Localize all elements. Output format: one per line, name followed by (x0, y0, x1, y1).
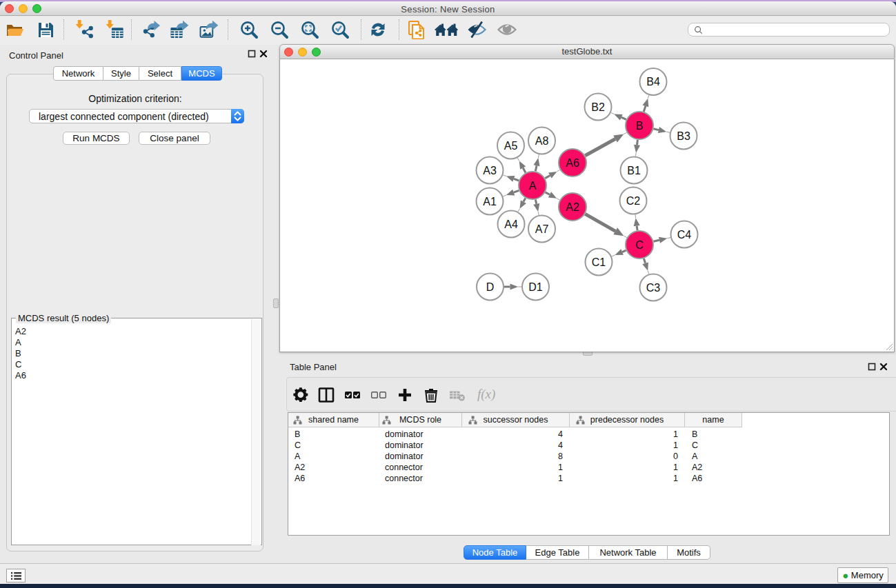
svg-text:B2: B2 (591, 101, 605, 113)
svg-text:A1: A1 (483, 196, 497, 207)
svg-text:A5: A5 (504, 140, 518, 152)
svg-text:A7: A7 (535, 223, 549, 235)
svg-text:C1: C1 (592, 256, 606, 268)
svg-text:C: C (635, 239, 644, 251)
svg-text:D: D (486, 281, 495, 293)
svg-text:C3: C3 (646, 282, 661, 294)
svg-text:A8: A8 (535, 135, 549, 147)
svg-text:C2: C2 (626, 195, 641, 207)
svg-text:A6: A6 (566, 157, 579, 169)
svg-text:A2: A2 (566, 201, 579, 213)
svg-text:B1: B1 (627, 165, 641, 176)
svg-text:B3: B3 (677, 130, 690, 142)
svg-text:D1: D1 (528, 281, 543, 293)
svg-text:B4: B4 (646, 76, 660, 88)
svg-text:A3: A3 (483, 165, 497, 176)
svg-text:B: B (636, 120, 644, 132)
svg-text:A4: A4 (504, 219, 518, 230)
svg-text:A: A (529, 180, 537, 192)
svg-text:C4: C4 (677, 229, 692, 241)
